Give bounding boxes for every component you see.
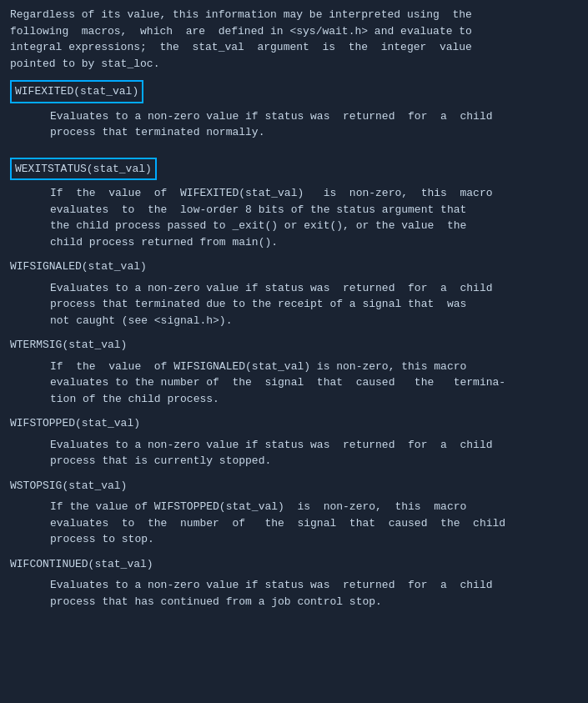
main-content: Regardless of its value, this informatio… — [10, 7, 578, 610]
macro-name: WIFEXITED(stat_val) — [10, 80, 143, 103]
macro-description: Evaluates to a non-zero value if status … — [50, 437, 578, 470]
macro-description: Evaluates to a non-zero value if status … — [50, 280, 578, 329]
macro-description: Evaluates to a non-zero value if status … — [50, 577, 578, 610]
macro-description: If the value of WIFSTOPPED(stat_val) is … — [50, 499, 578, 548]
macro-name: WIFSTOPPED(stat_val) — [10, 415, 578, 432]
macro-description: Evaluates to a non-zero value if status … — [50, 108, 578, 141]
macros-list: WIFEXITED(stat_val)Evaluates to a non-ze… — [10, 72, 578, 610]
macro-name: WSTOPSIG(stat_val) — [10, 478, 578, 495]
macro-name: WIFCONTINUED(stat_val) — [10, 556, 578, 573]
macro-description: If the value of WIFSIGNALED(stat_val) is… — [50, 359, 578, 408]
macro-name: WEXITSTATUS(stat_val) — [10, 158, 157, 181]
macro-name: WTERMSIG(stat_val) — [10, 337, 578, 354]
intro-paragraph: Regardless of its value, this informatio… — [10, 7, 578, 72]
macro-name: WIFSIGNALED(stat_val) — [10, 259, 578, 275]
macro-description: If the value of WIFEXITED(stat_val) is n… — [50, 185, 578, 250]
